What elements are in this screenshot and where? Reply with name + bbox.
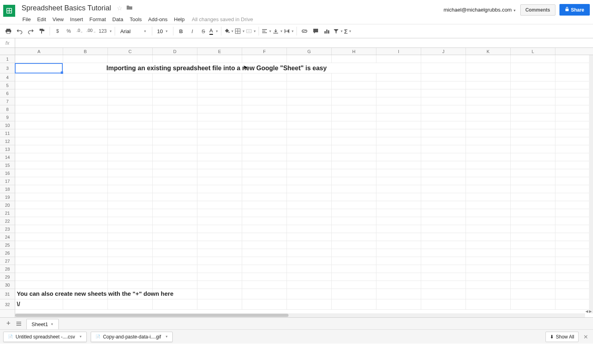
cell[interactable] (63, 225, 108, 233)
cell[interactable] (15, 121, 63, 129)
cell[interactable] (332, 153, 376, 161)
cell[interactable] (376, 249, 421, 257)
insert-chart-icon[interactable] (322, 26, 332, 36)
cell[interactable] (466, 281, 511, 289)
cell[interactable] (421, 249, 466, 257)
cell[interactable] (15, 193, 63, 201)
row-header-16[interactable]: 16 (0, 169, 15, 177)
cell[interactable] (242, 121, 287, 129)
row-header-19[interactable]: 19 (0, 193, 15, 201)
cell[interactable] (63, 217, 108, 225)
grid-row[interactable] (15, 177, 593, 185)
grid-row[interactable] (15, 225, 593, 233)
cell[interactable] (421, 121, 466, 129)
cell[interactable] (108, 185, 153, 193)
grid-row[interactable] (15, 281, 593, 289)
cell[interactable] (421, 161, 466, 169)
cell[interactable] (287, 265, 332, 273)
cell[interactable] (108, 153, 153, 161)
row-header-3[interactable]: 3 (0, 63, 15, 73)
cell[interactable] (197, 209, 242, 217)
cell[interactable] (63, 81, 108, 89)
user-email[interactable]: michael@michaelgrubbs.com▼ (444, 7, 516, 13)
cell[interactable] (108, 129, 153, 137)
cell[interactable] (376, 121, 421, 129)
cell[interactable] (511, 273, 555, 281)
cell[interactable] (153, 273, 197, 281)
cell[interactable] (63, 129, 108, 137)
grid-row[interactable] (15, 273, 593, 281)
cell[interactable] (15, 145, 63, 153)
cell[interactable] (466, 289, 511, 299)
cell[interactable] (376, 105, 421, 113)
percent-button[interactable]: % (64, 26, 74, 36)
redo-icon[interactable] (26, 26, 36, 36)
cell[interactable] (511, 161, 555, 169)
currency-button[interactable]: $ (52, 26, 63, 36)
sheets-logo[interactable] (3, 5, 15, 17)
filter-dropdown[interactable]: ▼ (333, 28, 343, 34)
cell[interactable] (153, 73, 197, 81)
cell[interactable] (511, 265, 555, 273)
vertical-scrollbar[interactable] (589, 55, 593, 313)
horizontal-align-dropdown[interactable]: ▼ (261, 28, 272, 34)
cell[interactable] (421, 153, 466, 161)
cell[interactable] (242, 97, 287, 105)
cell[interactable] (108, 121, 153, 129)
cell[interactable] (332, 273, 376, 281)
column-header-C[interactable]: C (108, 48, 153, 55)
cell[interactable] (376, 55, 421, 63)
cell[interactable] (376, 289, 421, 299)
cell[interactable] (242, 289, 287, 299)
cell[interactable] (376, 193, 421, 201)
cell[interactable] (108, 299, 153, 309)
grid-row[interactable] (15, 233, 593, 241)
grid-row[interactable] (15, 201, 593, 209)
cell[interactable] (15, 81, 63, 89)
cell[interactable] (242, 177, 287, 185)
formula-input[interactable] (15, 38, 593, 47)
grid-row[interactable] (15, 169, 593, 177)
cell[interactable] (15, 105, 63, 113)
cell[interactable] (376, 97, 421, 105)
cell[interactable] (421, 233, 466, 241)
horizontal-scrollbar[interactable] (15, 313, 585, 317)
cell[interactable] (197, 153, 242, 161)
cell[interactable] (376, 177, 421, 185)
text-wrap-dropdown[interactable]: ▼ (284, 28, 294, 34)
cell[interactable] (197, 121, 242, 129)
cell[interactable] (15, 185, 63, 193)
cell[interactable] (15, 169, 63, 177)
cell[interactable] (421, 55, 466, 63)
cell[interactable] (242, 137, 287, 145)
cell[interactable] (332, 177, 376, 185)
grid-row[interactable] (15, 129, 593, 137)
cell[interactable] (511, 129, 555, 137)
grid-row[interactable] (15, 121, 593, 129)
merge-cells-dropdown[interactable]: ▼ (246, 28, 256, 34)
italic-button[interactable]: I (187, 26, 197, 36)
column-header-L[interactable]: L (511, 48, 555, 55)
cell[interactable] (197, 193, 242, 201)
cell[interactable] (15, 249, 63, 257)
cell[interactable] (108, 193, 153, 201)
cell[interactable] (153, 161, 197, 169)
cell[interactable] (153, 89, 197, 97)
row-header-24[interactable]: 24 (0, 233, 15, 241)
cell[interactable] (332, 97, 376, 105)
cell[interactable] (511, 233, 555, 241)
cell[interactable] (63, 193, 108, 201)
cell[interactable] (287, 129, 332, 137)
cell[interactable] (332, 113, 376, 121)
cell[interactable] (153, 299, 197, 309)
cell[interactable] (332, 121, 376, 129)
cell[interactable] (332, 265, 376, 273)
cell[interactable] (197, 249, 242, 257)
cell[interactable] (287, 241, 332, 249)
number-format-dropdown[interactable]: 123▼ (97, 28, 112, 34)
cell[interactable] (15, 161, 63, 169)
grid-row[interactable] (15, 97, 593, 105)
cell[interactable] (197, 299, 242, 309)
cell[interactable] (242, 281, 287, 289)
cell[interactable] (511, 249, 555, 257)
